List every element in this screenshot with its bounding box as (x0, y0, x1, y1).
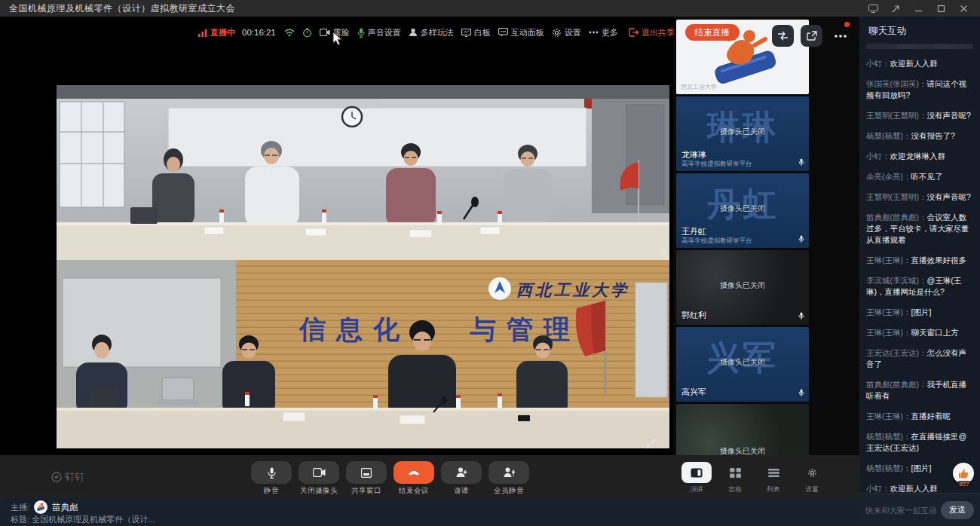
participant-tile[interactable]: 丹虹 摄像头已关闭 王丹虹 高等学校虚拟教研室平台 (676, 173, 809, 248)
participant-tile[interactable]: 琳琳 摄像头已关闭 龙琳琳 高等学校虚拟教研室平台 (676, 96, 809, 171)
whiteboard-button[interactable]: 白板 (460, 27, 492, 38)
network-status-icon (283, 29, 296, 37)
control-buttons: 静音 关闭摄像头 共享窗口 结束会议 邀请 全员静音 (251, 461, 529, 496)
camera-off-status: 摄像头已关闭 (676, 127, 809, 137)
shrink-video-icon[interactable] (645, 438, 657, 450)
stream-title: 全国机械原理及机械零件（设计... (32, 515, 155, 524)
view-mode-list[interactable]: 列表 (758, 462, 789, 494)
participant-tile[interactable]: 摄像头已关闭 郭红利 (676, 250, 809, 325)
chat-input[interactable] (865, 506, 936, 515)
mic-status-icon (798, 158, 804, 167)
mic-icon (357, 28, 365, 38)
live-timer: 00:16:21 (242, 28, 276, 37)
more-button[interactable]: 更多 (587, 27, 620, 38)
window-title: 全国机械原理及机械零件（设计）虚拟教研室成立大会 (9, 2, 235, 15)
mic-icon (268, 467, 276, 479)
dingtalk-logo-icon (51, 472, 62, 482)
forward-share-icon[interactable] (801, 25, 822, 47)
stream-title-line: 标题: 全国机械原理及机械零件（设计... (11, 514, 155, 525)
share-window-button[interactable]: 共享窗口 (346, 461, 387, 496)
invite-person-icon (456, 467, 467, 478)
participant-subtitle: 高等学校虚拟教研室平台 (681, 160, 752, 169)
subtitle-translate-icon[interactable] (772, 25, 794, 47)
window-icon (361, 468, 372, 478)
mouse-cursor (332, 32, 342, 46)
meeting-control-bar: 钉钉 静音 关闭摄像头 共享窗口 结束会议 邀请 (0, 455, 859, 497)
chat-input-bar: 发送 (859, 493, 980, 526)
view-settings[interactable]: 设置 (796, 462, 828, 494)
person-icon (409, 28, 418, 37)
screencast-icon[interactable] (865, 2, 880, 14)
minimize-icon[interactable] (911, 2, 926, 14)
mic-status-icon (798, 235, 804, 243)
grid-view-icon (730, 468, 741, 478)
gear-icon (807, 468, 817, 478)
like-button[interactable]: 827 (953, 463, 975, 488)
chat-message: 王琳(王琳)：[图片] (866, 307, 973, 318)
diverse-play-button[interactable]: 多样玩法 (407, 27, 455, 38)
mic-status-icon (798, 312, 804, 320)
chat-message: 王宏达(王宏达)：怎么没有声音了 (866, 347, 973, 370)
like-count: 827 (956, 481, 972, 488)
end-live-button[interactable]: 结束直播 (685, 24, 740, 41)
chat-message: 苗典彪(苗典彪)：我手机直播听着有 (866, 379, 973, 402)
viewer-actions (772, 25, 851, 47)
phone-down-icon (407, 469, 421, 476)
chat-bubble-icon (498, 28, 508, 37)
more-options-icon[interactable] (829, 25, 851, 47)
mic-status-icon (798, 389, 804, 397)
camera-off-status: 摄像头已关闭 (676, 203, 809, 214)
chat-message: 王琳(王琳)：聊天窗口上方 (866, 327, 973, 338)
chat-panel: 聊天互动 小钉：欢迎新人入群 张国英(张国英)：请问这个视频有回放吗? 王慧明(… (859, 17, 980, 526)
popout-icon[interactable] (888, 2, 903, 14)
chat-message-list: 小钉：欢迎新人入群 张国英(张国英)：请问这个视频有回放吗? 王慧明(王慧明)：… (859, 41, 980, 493)
chat-message: 小钉：欢迎新人入群 (866, 58, 973, 69)
host-info-bar: 主播: 苗典彪 标题: 全国机械原理及机械零件（设计... (0, 497, 859, 526)
chat-message: 杨慧(杨慧)：在直播链接里@王宏达(王宏达) (866, 431, 973, 454)
dingtalk-watermark: 钉钉 (51, 470, 84, 484)
mute-button[interactable]: 静音 (251, 461, 292, 496)
next-page-arrow[interactable]: › (661, 244, 666, 258)
camera-off-button[interactable]: 关闭摄像头 (299, 461, 339, 496)
chat-message: 杨慧(杨慧)：没有报告了? (866, 130, 973, 142)
chat-message: 余亮(余亮)：听不见了 (866, 171, 973, 182)
dingtalk-live-window: 全国机械原理及机械零件（设计）虚拟教研室成立大会 直播中 00:16:21 露脸… (0, 0, 980, 526)
more-dots-icon (589, 31, 599, 34)
invite-button[interactable]: 邀请 (441, 461, 482, 496)
camera-icon (313, 468, 326, 477)
sound-settings-button[interactable]: 声音设置 (356, 27, 403, 38)
interaction-panel-button[interactable]: 互动面板 (497, 27, 546, 38)
maximize-icon[interactable] (933, 2, 948, 14)
participant-tile[interactable]: 摄像头已关闭 COM... (676, 404, 809, 455)
participant-name: 龙琳琳 (681, 149, 706, 161)
participant-name: 高兴军 (681, 387, 706, 398)
speaker-view-icon (691, 468, 703, 478)
chat-message: 王慧明(王慧明)：没有声音呢? (866, 110, 973, 121)
main-video-feed-bottom: 西北工业大学 信息化 与管理处 (57, 260, 669, 448)
tile-caption: 西北工业大学 (681, 83, 717, 91)
participant-subtitle: 高等学校虚拟教研室平台 (681, 237, 752, 246)
participant-name: 王丹虹 (681, 226, 706, 237)
close-icon[interactable] (956, 2, 971, 14)
chat-message: 苗典彪(苗典彪)：会议室人数过多，平台较卡，请大家尽量从直播观看 (866, 212, 973, 246)
mute-all-button[interactable]: 全员静音 (488, 461, 529, 496)
participant-tile[interactable]: 兴军 摄像头已关闭 高兴军 (676, 327, 809, 402)
view-mode-switcher: 演讲 宫格 列表 设置 (681, 462, 828, 494)
host-avatar (34, 500, 47, 514)
camera-off-status: 摄像头已关闭 (676, 357, 809, 368)
mute-all-icon (504, 467, 515, 478)
exit-icon (629, 28, 639, 37)
main-video-feed-top (57, 85, 669, 260)
banner-university-text: 西北工业大学 (516, 281, 629, 298)
notification-dot (844, 22, 850, 27)
send-button[interactable]: 发送 (941, 501, 974, 519)
list-view-icon (768, 469, 779, 477)
settings-button[interactable]: 设置 (550, 27, 583, 38)
chat-header: 聊天互动 (859, 17, 980, 41)
gear-icon (552, 28, 562, 38)
window-controls (865, 2, 971, 14)
view-mode-speaker[interactable]: 演讲 (681, 462, 712, 494)
end-meeting-button[interactable]: 结束会议 (394, 461, 434, 496)
view-mode-grid[interactable]: 宫格 (719, 462, 751, 494)
exit-share-button[interactable]: 退出共享 (629, 27, 675, 38)
